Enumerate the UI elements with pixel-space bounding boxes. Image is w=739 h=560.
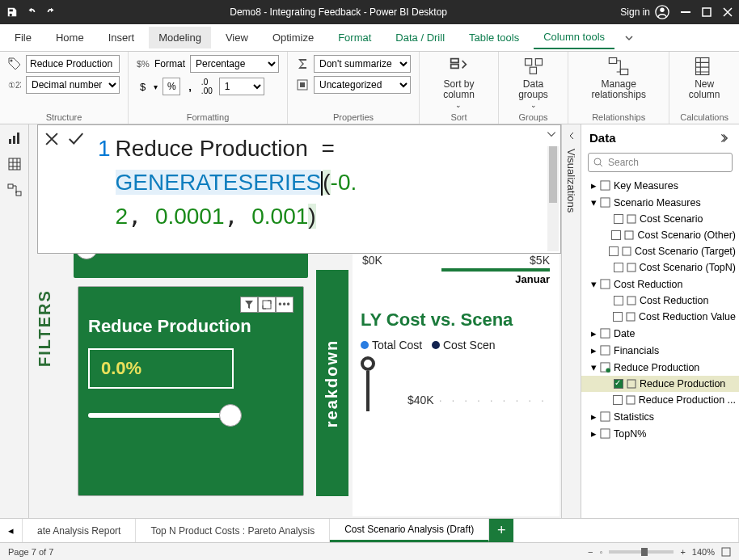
summarize-select[interactable]: Don't summarize — [314, 55, 411, 73]
field-cost-scenario-other[interactable]: Cost Scenario (Other) — [581, 227, 739, 243]
formula-editor[interactable]: 1Reduce Production = 1GENERATESERIES(-0.… — [90, 125, 560, 253]
menu-datadrill[interactable]: Data / Drill — [386, 27, 454, 48]
commit-formula-icon[interactable] — [67, 130, 85, 148]
formula-bar[interactable]: 1Reduce Production = 1GENERATESERIES(-0.… — [37, 124, 561, 254]
zoom-level: 140% — [692, 547, 715, 557]
zoom-in-button[interactable]: + — [680, 547, 685, 557]
data-view-icon[interactable] — [7, 157, 22, 171]
svg-rect-36 — [627, 380, 636, 388]
decimal-button[interactable]: .0.00 — [200, 76, 214, 97]
page-tabs: ◂ ate Analysis Report Top N Product Cost… — [0, 518, 739, 542]
table-reduce-production[interactable]: ▾ Reduce Production — [581, 359, 739, 376]
redo-icon[interactable] — [45, 6, 57, 18]
format-select[interactable]: Percentage — [190, 55, 279, 73]
more-icon[interactable]: ••• — [276, 297, 293, 313]
table-date[interactable]: ▸ Date — [581, 325, 739, 342]
visualizations-pane-collapsed[interactable]: Visualizations — [561, 124, 581, 518]
tab-scroll-left[interactable]: ◂ — [0, 519, 23, 542]
table-topn[interactable]: ▸ TopN% — [581, 425, 739, 442]
tab-3[interactable]: Cost Scenario Analysis (Draft) — [330, 519, 489, 542]
table-statistics[interactable]: ▸ Statistics — [581, 408, 739, 425]
field-cost-scenario-topn[interactable]: Cost Scenario (TopN) — [581, 259, 739, 276]
table-scenario-measures[interactable]: ▾ Scenario Measures — [581, 194, 739, 211]
model-view-icon[interactable] — [7, 183, 22, 197]
zoom-slider[interactable] — [609, 550, 674, 554]
svg-rect-10 — [535, 59, 542, 65]
close-icon[interactable] — [723, 7, 733, 17]
decimals-select[interactable]: 1 — [219, 78, 264, 95]
report-canvas[interactable]: FILTERS Co - ••• Reduce Production 0.0% … — [29, 124, 561, 518]
data-groups-button[interactable]: Data groups⌄ — [507, 55, 560, 110]
tab-1[interactable]: ate Analysis Report — [23, 519, 136, 542]
field-cost-scenario-target[interactable]: Cost Scenario (Target) — [581, 243, 739, 259]
menu-home[interactable]: Home — [46, 27, 94, 48]
svg-rect-27 — [623, 247, 631, 255]
slicer-card-reduce-production[interactable]: ••• Reduce Production 0.0% — [78, 286, 304, 496]
sort-by-column-button[interactable]: Sort by column⌄ — [428, 55, 490, 110]
undo-icon[interactable] — [26, 6, 37, 18]
svg-rect-2 — [681, 11, 690, 13]
category-icon — [296, 78, 309, 91]
menu-insert[interactable]: Insert — [99, 27, 145, 48]
menu-format[interactable]: Format — [328, 27, 381, 48]
maximize-icon[interactable] — [702, 7, 712, 17]
new-column-button[interactable]: New column — [678, 55, 731, 100]
table-key-measures[interactable]: ▸ Key Measures — [581, 177, 739, 194]
fit-page-icon[interactable] — [721, 547, 731, 557]
group-label-structure: Structure — [8, 111, 120, 122]
zoom-out-button[interactable]: − — [588, 547, 593, 557]
menu-modeling[interactable]: Modeling — [149, 27, 211, 48]
menu-columntools[interactable]: Column tools — [534, 26, 614, 49]
field-cost-reduction-value[interactable]: Cost Reduction Value — [581, 309, 739, 325]
ribbon: ①23 Decimal number Structure $% Format P… — [0, 52, 739, 124]
cancel-formula-icon[interactable] — [43, 130, 61, 148]
slicer-slider[interactable] — [88, 413, 234, 418]
column-name-input[interactable] — [26, 55, 120, 73]
formula-scrollbar[interactable] — [547, 146, 559, 251]
menu-tabletools[interactable]: Table tools — [459, 27, 529, 48]
new-column-icon — [693, 55, 716, 78]
svg-rect-21 — [263, 301, 271, 309]
main-area: FILTERS Co - ••• Reduce Production 0.0% … — [0, 124, 739, 518]
filter-icon[interactable] — [240, 297, 258, 313]
minimize-icon[interactable] — [681, 7, 690, 17]
svg-rect-25 — [627, 215, 636, 223]
svg-rect-33 — [601, 346, 610, 355]
window-title: Demo8 - Integrating Feedback - Power BI … — [65, 6, 612, 18]
datatype-select[interactable]: Decimal number — [26, 76, 120, 94]
chevron-down-icon[interactable] — [624, 33, 634, 43]
focus-icon[interactable] — [258, 297, 276, 313]
group-label-groups: Groups — [507, 111, 560, 122]
tab-scroll-right[interactable] — [716, 519, 739, 542]
svg-rect-23 — [601, 181, 610, 190]
save-icon[interactable] — [6, 6, 18, 18]
add-page-button[interactable]: + — [489, 519, 513, 542]
relationships-icon — [607, 55, 630, 78]
table-financials[interactable]: ▸ Financials — [581, 342, 739, 359]
chart-visual[interactable]: $0K $5K Januar LY Cost vs. Scena Total C… — [353, 246, 560, 516]
field-cost-scenario[interactable]: Cost Scenario — [581, 211, 739, 227]
menu-optimize[interactable]: Optimize — [263, 27, 323, 48]
month-label: Januar — [353, 272, 560, 287]
report-view-icon[interactable] — [7, 131, 22, 145]
collapse-pane-icon[interactable] — [720, 133, 731, 144]
tab-2[interactable]: Top N Product Costs : Pareto Analysis — [136, 519, 330, 542]
manage-relationships-button[interactable]: Manage relationships — [576, 55, 661, 100]
tag-icon — [8, 57, 21, 70]
currency-button[interactable]: $ — [137, 79, 149, 95]
field-cost-reduction[interactable]: Cost Reduction — [581, 293, 739, 309]
sign-in-button[interactable]: Sign in — [620, 5, 669, 19]
field-reduce-production[interactable]: Reduce Production — [581, 376, 739, 392]
menu-view[interactable]: View — [216, 27, 258, 48]
percent-button[interactable]: % — [163, 78, 180, 95]
menu-file[interactable]: File — [5, 27, 41, 48]
chart-title: LY Cost vs. Scena — [353, 287, 560, 339]
card2-title: Reduce Production — [88, 316, 293, 337]
data-pane: Data Search ▸ Key Measures ▾ Scenario Me… — [581, 124, 739, 518]
field-reduce-production-value[interactable]: Reduce Production ... — [581, 392, 739, 408]
formula-dropdown-icon[interactable] — [546, 128, 557, 140]
table-cost-reduction[interactable]: ▾ Cost Reduction — [581, 276, 739, 293]
fields-search[interactable]: Search — [588, 153, 733, 172]
thousands-button[interactable]: , — [185, 79, 195, 95]
category-select[interactable]: Uncategorized — [314, 76, 411, 94]
